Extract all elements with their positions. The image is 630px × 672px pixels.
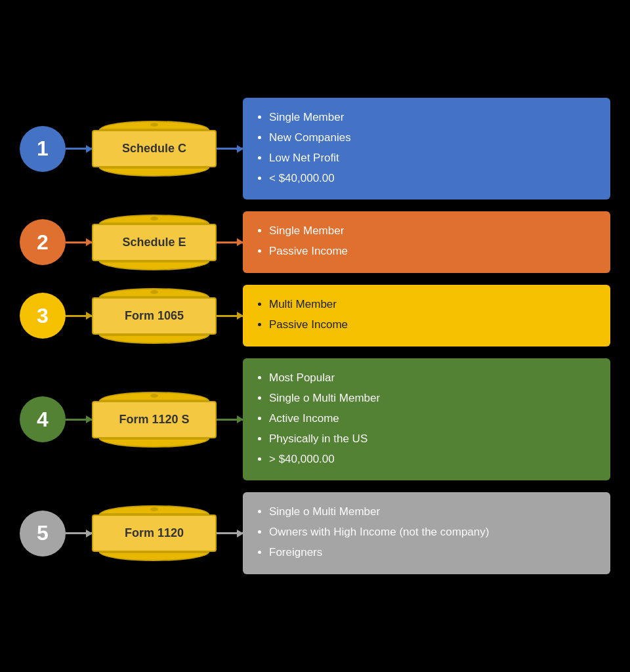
info-item-4-3: Physically in the US <box>269 430 597 449</box>
scroll-bottom-curl <box>99 438 209 448</box>
arrow-to-scroll-4 <box>66 419 92 421</box>
arrow-to-scroll-3 <box>66 315 92 317</box>
scroll-top-curl <box>99 505 209 514</box>
info-box-5: Single o Multi MemberOwners with High In… <box>243 492 610 574</box>
circle-3: 3 <box>20 293 66 339</box>
info-box-4: Most PopularSingle o Multi MemberActive … <box>243 358 610 480</box>
circle-4: 4 <box>20 396 66 442</box>
circle-2: 2 <box>20 219 66 265</box>
info-item-4-4: > $40,000.00 <box>269 450 597 469</box>
scroll-top-curl <box>99 215 209 224</box>
arrow-to-info-3 <box>217 315 243 317</box>
info-list-5: Single o Multi MemberOwners with High In… <box>256 503 597 562</box>
circle-5: 5 <box>20 511 66 556</box>
arrow-to-scroll-1 <box>66 148 92 150</box>
scroll-2: Schedule E <box>92 215 217 270</box>
arrow-to-scroll-2 <box>66 242 92 243</box>
scroll-top-curl <box>99 121 209 130</box>
scroll-label-5: Form 1120 <box>92 514 217 552</box>
info-item-3-0: Multi Member <box>269 295 597 314</box>
info-box-1: Single MemberNew CompaniesLow Net Profit… <box>243 98 610 200</box>
row-5: 5Form 1120Single o Multi MemberOwners wi… <box>20 492 610 574</box>
row-3: 3Form 1065Multi MemberPassive Income <box>20 285 610 346</box>
circle-1: 1 <box>20 126 66 172</box>
diagram: 1Schedule CSingle MemberNew CompaniesLow… <box>20 98 610 574</box>
info-item-2-0: Single Member <box>269 222 597 241</box>
arrow-to-info-4 <box>217 419 243 421</box>
scroll-label-1: Schedule C <box>92 130 217 167</box>
row-1: 1Schedule CSingle MemberNew CompaniesLow… <box>20 98 610 200</box>
info-list-1: Single MemberNew CompaniesLow Net Profit… <box>256 108 597 188</box>
arrow-to-scroll-5 <box>66 532 92 534</box>
info-item-5-0: Single o Multi Member <box>269 503 597 522</box>
scroll-1: Schedule C <box>92 121 217 177</box>
info-item-4-2: Active Income <box>269 410 597 429</box>
arrow-to-info-5 <box>217 532 243 534</box>
arrow-to-info-2 <box>217 242 243 243</box>
info-item-1-0: Single Member <box>269 108 597 127</box>
scroll-bottom-curl <box>99 167 209 177</box>
info-box-2: Single MemberPassive Income <box>243 211 610 273</box>
info-list-3: Multi MemberPassive Income <box>256 295 597 335</box>
info-item-4-1: Single o Multi Member <box>269 389 597 408</box>
scroll-top-curl <box>99 392 209 401</box>
info-item-1-1: New Companies <box>269 129 597 148</box>
scroll-label-4: Form 1120 S <box>92 401 217 438</box>
scroll-bottom-curl <box>99 335 209 344</box>
scroll-bottom-curl <box>99 261 209 270</box>
row-2: 2Schedule ESingle MemberPassive Income <box>20 211 610 273</box>
scroll-label-2: Schedule E <box>92 224 217 261</box>
scroll-3: Form 1065 <box>92 288 217 344</box>
info-item-1-2: Low Net Profit <box>269 149 597 168</box>
info-box-3: Multi MemberPassive Income <box>243 285 610 346</box>
info-item-2-1: Passive Income <box>269 242 597 261</box>
arrow-to-info-1 <box>217 148 243 150</box>
info-item-4-0: Most Popular <box>269 369 597 388</box>
info-list-4: Most PopularSingle o Multi MemberActive … <box>256 369 597 469</box>
info-item-1-3: < $40,000.00 <box>269 169 597 188</box>
info-item-5-2: Foreigners <box>269 543 597 562</box>
scroll-bottom-curl <box>99 552 209 561</box>
info-list-2: Single MemberPassive Income <box>256 222 597 261</box>
scroll-4: Form 1120 S <box>92 392 217 448</box>
info-item-5-1: Owners with High Income (not the company… <box>269 523 597 542</box>
info-item-3-1: Passive Income <box>269 316 597 335</box>
scroll-5: Form 1120 <box>92 505 217 561</box>
scroll-top-curl <box>99 288 209 297</box>
scroll-label-3: Form 1065 <box>92 297 217 335</box>
row-4: 4Form 1120 SMost PopularSingle o Multi M… <box>20 358 610 480</box>
